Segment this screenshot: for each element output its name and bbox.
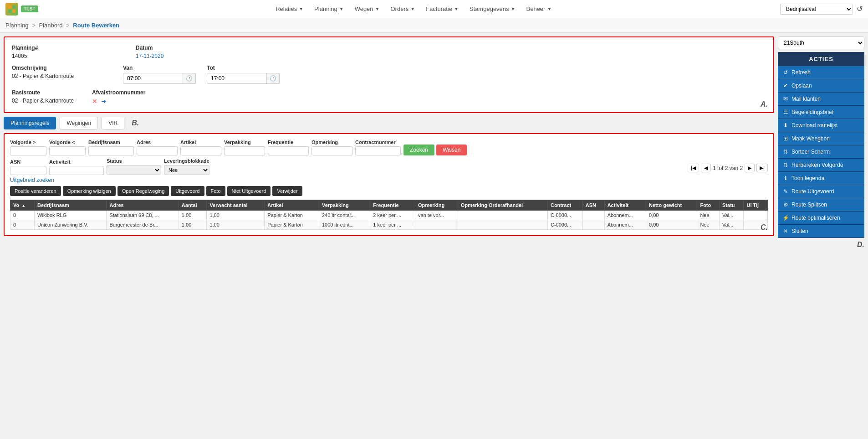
wissen-button[interactable]: Wissen [436, 145, 467, 155]
opmerking-input[interactable] [311, 146, 352, 155]
niet-uitgevoerd-btn[interactable]: Niet Uitgevoerd [227, 186, 271, 196]
tab-wegingen[interactable]: Wegingen [60, 117, 98, 129]
acties-refresh-btn[interactable]: ↺ Refresh [778, 66, 864, 79]
open-regelweging-btn[interactable]: Open Regelweging [117, 186, 169, 196]
th-asn[interactable]: ASN [582, 200, 604, 211]
search-artikel: Artikel [180, 139, 221, 155]
van-input[interactable] [123, 73, 183, 83]
tot-clock-icon: 🕐 [266, 73, 279, 83]
acties-mail-klanten-btn[interactable]: ✉ Mail klanten [778, 93, 864, 106]
cell-artikel: Papier & Karton [265, 220, 319, 230]
artikel-input[interactable] [180, 146, 221, 155]
page-last-btn[interactable]: ▶| [756, 164, 768, 172]
status-select[interactable] [107, 165, 161, 175]
tot-input[interactable] [207, 73, 266, 83]
acties-route-optimaliseren-btn[interactable]: ⚡ Route optimaliseren [778, 212, 864, 225]
th-contract[interactable]: Contract [547, 200, 582, 211]
th-status[interactable]: Statu [720, 200, 744, 211]
tab-planningsregels[interactable]: Planningsregels [4, 117, 56, 129]
zoeken-button[interactable]: Zoeken [403, 145, 434, 155]
th-opmerking[interactable]: Opmerking [415, 200, 458, 211]
th-ui-tij[interactable]: Ui Tij [744, 200, 768, 211]
nav-orders[interactable]: Orders▼ [385, 0, 421, 18]
omschrijving-field: Omschrijving 02 - Papier & Kartonroute [12, 65, 112, 84]
nav-beheer[interactable]: Beheer▼ [521, 0, 557, 18]
tab-vir[interactable]: VIR [102, 117, 124, 129]
verpakking-input[interactable] [224, 146, 265, 155]
frequentie-label: Frequentie [268, 139, 309, 145]
th-opmerking-order[interactable]: Opmerking Orderafhandel [458, 200, 547, 211]
acties-route-splitsen-btn[interactable]: ⚙ Route Splitsen [778, 198, 864, 212]
breadcrumb-planning[interactable]: Planning [5, 22, 29, 29]
page-first-btn[interactable]: |◀ [688, 164, 699, 172]
th-aantal[interactable]: Aantal [179, 200, 207, 211]
th-artikel[interactable]: Artikel [265, 200, 319, 211]
leveringsblokkade-select[interactable]: Nee [164, 165, 209, 175]
cell-asn [582, 211, 604, 220]
search-adres: Adres [137, 139, 178, 155]
breadcrumb-sep1: > [32, 22, 36, 29]
activiteit-input[interactable] [49, 166, 104, 175]
cell-adres: Burgemeester de Br... [107, 220, 179, 230]
nav-wegen[interactable]: Wegen▼ [349, 0, 385, 18]
acties-route-uitgevoerd-btn[interactable]: ✎ Route Uitgevoerd [778, 185, 864, 198]
acties-sluiten-btn[interactable]: ✕ Sluiten [778, 225, 864, 238]
nav-facturatie[interactable]: Facturatie▼ [420, 0, 464, 18]
route-uitgevoerd-icon: ✎ [782, 188, 789, 195]
app-logo[interactable]: TEST [5, 3, 38, 15]
bedrijfsnaam-input[interactable] [88, 146, 134, 155]
acties-herbereken-btn[interactable]: ⇅ Herbereken Volgorde [778, 159, 864, 172]
breadcrumb-sep2: > [66, 22, 70, 29]
info-row-time: Omschrijving 02 - Papier & Kartonroute V… [12, 65, 766, 84]
acties-download-routelijst-btn[interactable]: ⬇ Download routelijst [778, 119, 864, 132]
afval-arrow-icon[interactable]: ➜ [101, 98, 107, 105]
th-bedrijfsnaam[interactable]: Bedrijfsnaam [35, 200, 107, 211]
contractnummer-input[interactable] [355, 146, 401, 155]
th-volgorde[interactable]: Vo ▲ [10, 200, 35, 211]
cell-verwacht: 1,00 [207, 220, 265, 230]
cell-adres: Stationslaan 69 C8, ... [107, 211, 179, 220]
planning-hash-field: Planning# 14005 [12, 45, 130, 59]
nav-refresh-button[interactable]: ↺ [857, 5, 863, 13]
volgorde-lt-input[interactable] [49, 146, 86, 155]
positie-veranderen-btn[interactable]: Positie veranderen [10, 186, 61, 196]
herbereken-icon: ⇅ [782, 162, 789, 168]
foto-btn[interactable]: Foto [206, 186, 225, 196]
acties-toon-legenda-btn[interactable]: ℹ Toon legenda [778, 172, 864, 185]
nav-relaties[interactable]: Relaties▼ [270, 0, 309, 18]
frequentie-input[interactable] [268, 146, 309, 155]
cell-frequentie: 1 keer per ... [370, 220, 415, 230]
nav-stamgegevens[interactable]: Stamgegevens▼ [464, 0, 521, 18]
th-verwacht-aantal[interactable]: Verwacht aantal [207, 200, 265, 211]
nav-planning[interactable]: Planning▼ [309, 0, 349, 18]
page-next-btn[interactable]: ▶ [745, 164, 755, 172]
uitgebreid-zoeken-link[interactable]: Uitgebreid zoeken [10, 177, 54, 183]
uitgevoerd-btn[interactable]: Uitgevoerd [171, 186, 204, 196]
search-volgorde-lt: Volgorde < [49, 139, 86, 155]
company-dropdown[interactable]: Bedrijfsafval [780, 4, 853, 15]
verwijder-btn[interactable]: Verwijder [272, 186, 302, 196]
th-activiteit[interactable]: Activiteit [604, 200, 646, 211]
afval-x-icon[interactable]: ✕ [92, 98, 97, 105]
company-select[interactable]: 21South [778, 36, 864, 49]
page-prev-btn[interactable]: ◀ [701, 164, 711, 172]
th-adres[interactable]: Adres [107, 200, 179, 211]
th-foto[interactable]: Foto [697, 200, 720, 211]
acties-begeleidingsbrief-btn[interactable]: ☰ Begeleidingsbrief [778, 106, 864, 119]
th-verpakking[interactable]: Verpakking [319, 200, 370, 211]
th-netto[interactable]: Netto gewicht [646, 200, 697, 211]
acties-opslaan-btn[interactable]: ✔ Opslaan [778, 79, 864, 93]
asn-input[interactable] [10, 166, 46, 175]
opmerking-wijzigen-btn[interactable]: Opmerking wijzigen [63, 186, 116, 196]
acties-maak-weegbon-btn[interactable]: ⊞ Maak Weegbon [778, 132, 864, 145]
cell-artikel: Papier & Karton [265, 211, 319, 220]
volgorde-gt-input[interactable] [10, 146, 46, 155]
acties-sorteer-scherm-btn[interactable]: ⇅ Sorteer Scherm [778, 145, 864, 159]
leveringsblokkade-label: Leveringsblokkade [164, 158, 209, 164]
adres-input[interactable] [137, 146, 178, 155]
breadcrumb-planbord[interactable]: Planbord [39, 22, 62, 29]
acties-legenda-label: Toon legenda [791, 175, 824, 181]
sidebar-d: 21South ACTIES ↺ Refresh ✔ Opslaan ✉ Mai… [778, 36, 864, 432]
th-frequentie[interactable]: Frequentie [370, 200, 415, 211]
data-table: Vo ▲ Bedrijfsnaam Adres Aantal Verwacht … [10, 200, 768, 230]
